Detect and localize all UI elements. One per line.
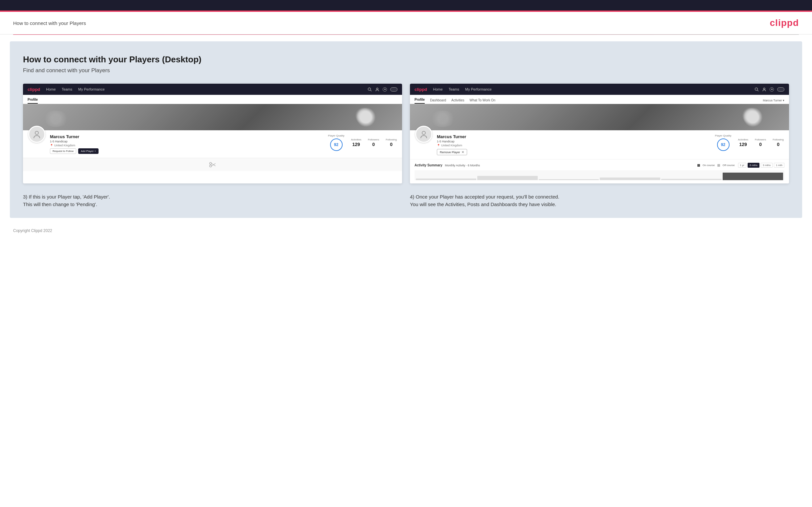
caption-left: 3) If this is your Player tap, 'Add Play… bbox=[23, 193, 402, 208]
left-stat-following: Following 0 bbox=[386, 138, 397, 147]
left-nav-teams: Teams bbox=[62, 87, 72, 91]
svg-point-8 bbox=[755, 88, 758, 90]
page-heading: How to connect with your Players (Deskto… bbox=[23, 54, 789, 65]
activity-header: Activity Summary Monthly Activity · 6 Mo… bbox=[414, 163, 784, 168]
svg-point-4 bbox=[210, 162, 211, 164]
page-subheading: Find and connect with your Players bbox=[23, 67, 789, 74]
right-globe-icon bbox=[777, 87, 784, 92]
caption-right: 4) Once your Player has accepted your re… bbox=[410, 193, 789, 208]
chart-bar-5 bbox=[661, 179, 722, 180]
activity-section: Activity Summary Monthly Activity · 6 Mo… bbox=[410, 159, 789, 183]
remove-player-button[interactable]: Remove Player ✕ bbox=[437, 149, 467, 155]
user-icon bbox=[375, 87, 379, 92]
left-profile-buttons: Request to Follow Add Player + bbox=[50, 148, 323, 154]
screenshot-left: clippd Home Teams My Performance Profile bbox=[23, 84, 402, 183]
right-tab-activities[interactable]: Activities bbox=[451, 99, 464, 104]
right-remove-btn-wrapper: Remove Player ✕ bbox=[437, 147, 711, 155]
right-nav-logo: clippd bbox=[414, 87, 427, 92]
right-stat-followers-value: 0 bbox=[755, 142, 766, 147]
right-player-handicap: 1-5 Handicap bbox=[437, 140, 711, 143]
left-profile-section: Marcus Turner 1-5 Handicap 📍 United King… bbox=[23, 130, 402, 158]
right-tab-whattoworkon[interactable]: What To Work On bbox=[470, 99, 496, 104]
svg-point-0 bbox=[368, 88, 371, 90]
left-stat-activities-label: Activities bbox=[351, 138, 361, 141]
top-bar bbox=[0, 0, 812, 10]
right-player-location: 📍 United Kingdom bbox=[437, 144, 711, 147]
left-avatar-icon bbox=[32, 130, 41, 139]
filter-3mths[interactable]: 3 mths bbox=[761, 163, 773, 168]
left-stat-followers-label: Followers bbox=[368, 138, 379, 141]
off-course-label: Off course bbox=[723, 164, 735, 167]
left-quality-group: Player Quality 92 bbox=[328, 134, 345, 151]
settings-icon bbox=[383, 87, 387, 92]
right-profile-section: Marcus Turner 1-5 Handicap 📍 United King… bbox=[410, 130, 789, 159]
right-user-icon bbox=[762, 87, 766, 92]
right-nav-home: Home bbox=[433, 87, 443, 91]
svg-line-9 bbox=[757, 90, 759, 91]
left-stat-followers: Followers 0 bbox=[368, 138, 379, 147]
right-search-icon bbox=[755, 87, 759, 92]
off-course-dot bbox=[717, 164, 720, 167]
caption-right-text: 4) Once your Player has accepted your re… bbox=[410, 194, 559, 207]
svg-point-3 bbox=[35, 131, 39, 134]
footer-text: Copyright Clippd 2022 bbox=[13, 228, 52, 233]
left-nav-logo: clippd bbox=[28, 87, 40, 92]
right-avatar-icon bbox=[419, 130, 428, 139]
right-nav-teams: Teams bbox=[449, 87, 459, 91]
filter-1mth[interactable]: 1 mth bbox=[774, 163, 784, 168]
right-stat-activities-label: Activities bbox=[738, 138, 748, 141]
filter-6mths[interactable]: 6 mths bbox=[748, 163, 759, 168]
globe-icon bbox=[390, 87, 398, 92]
header-title: How to connect with your Players bbox=[13, 20, 86, 26]
right-stat-following-label: Following bbox=[773, 138, 784, 141]
left-quality-circle: 92 bbox=[330, 138, 343, 151]
filter-1yr[interactable]: 1 yr bbox=[738, 163, 746, 168]
right-tabs: Profile Dashboard Activities What To Wor… bbox=[410, 95, 789, 104]
captions-row: 3) If this is your Player tap, 'Add Play… bbox=[23, 193, 789, 208]
right-tab-dashboard[interactable]: Dashboard bbox=[430, 99, 446, 104]
right-tab-profile[interactable]: Profile bbox=[414, 98, 425, 104]
chart-bar-4 bbox=[600, 177, 660, 180]
svg-point-11 bbox=[422, 131, 425, 134]
caption-left-text: 3) If this is your Player tap, 'Add Play… bbox=[23, 194, 110, 207]
scissors-icon bbox=[209, 161, 216, 168]
right-nav-performance: My Performance bbox=[465, 87, 492, 91]
activity-filters: 1 yr 6 mths 3 mths 1 mth bbox=[738, 163, 784, 168]
main-content: How to connect with your Players (Deskto… bbox=[10, 41, 802, 218]
activity-title-group: Activity Summary Monthly Activity · 6 Mo… bbox=[414, 163, 480, 167]
right-quality-label: Player Quality bbox=[715, 134, 731, 137]
left-avatar bbox=[28, 126, 45, 143]
add-player-button[interactable]: Add Player + bbox=[78, 148, 99, 154]
right-stat-activities: Activities 129 bbox=[738, 138, 748, 147]
left-tab-profile[interactable]: Profile bbox=[28, 98, 38, 104]
remove-player-x: ✕ bbox=[461, 150, 464, 154]
activity-chart bbox=[414, 170, 784, 180]
right-profile-info: Marcus Turner 1-5 Handicap 📍 United King… bbox=[437, 134, 711, 155]
left-golf-banner bbox=[23, 104, 402, 130]
chart-bar-1 bbox=[416, 178, 476, 180]
chart-bar-2 bbox=[477, 176, 538, 180]
activity-legend: On course Off course bbox=[697, 164, 735, 167]
activity-right-controls: On course Off course 1 yr 6 mths 3 mths … bbox=[697, 163, 784, 168]
right-stat-following-value: 0 bbox=[773, 142, 784, 147]
left-tabs: Profile bbox=[23, 95, 402, 104]
on-course-label: On course bbox=[703, 164, 715, 167]
right-stat-followers-label: Followers bbox=[755, 138, 766, 141]
right-tab-username[interactable]: Marcus Turner ▾ bbox=[763, 99, 784, 104]
left-nav-home: Home bbox=[46, 87, 55, 91]
left-nav-icons bbox=[367, 87, 398, 92]
header: How to connect with your Players clippd bbox=[0, 12, 812, 35]
right-stat-followers: Followers 0 bbox=[755, 138, 766, 147]
right-stats-row: Player Quality 92 Activities 129 Followe… bbox=[715, 134, 784, 151]
chart-bar-3 bbox=[539, 179, 599, 180]
left-player-handicap: 1-5 Handicap bbox=[50, 140, 323, 143]
search-icon bbox=[367, 87, 372, 92]
right-nav-icons bbox=[755, 87, 784, 92]
right-quality-group: Player Quality 92 bbox=[715, 134, 731, 151]
left-stats-row: Player Quality 92 Activities 129 Followe… bbox=[328, 134, 397, 151]
right-app-nav: clippd Home Teams My Performance bbox=[410, 84, 789, 95]
svg-point-2 bbox=[376, 88, 378, 90]
request-follow-button[interactable]: Request to Follow bbox=[50, 148, 76, 154]
screenshots-row: clippd Home Teams My Performance Profile bbox=[23, 84, 789, 183]
activity-title: Activity Summary bbox=[414, 163, 442, 167]
